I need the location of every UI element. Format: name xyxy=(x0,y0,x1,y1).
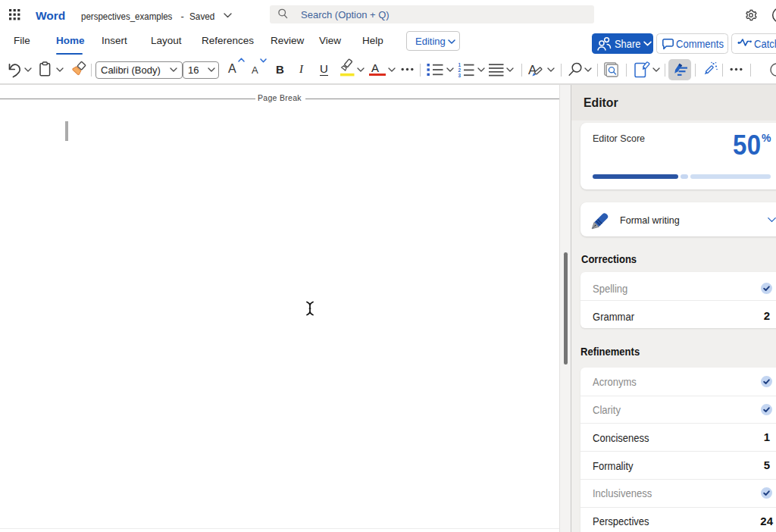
svg-text:2: 2 xyxy=(458,67,462,73)
svg-text:3: 3 xyxy=(458,73,462,77)
svg-text:1: 1 xyxy=(458,62,462,67)
svg-text:A: A xyxy=(528,63,537,77)
